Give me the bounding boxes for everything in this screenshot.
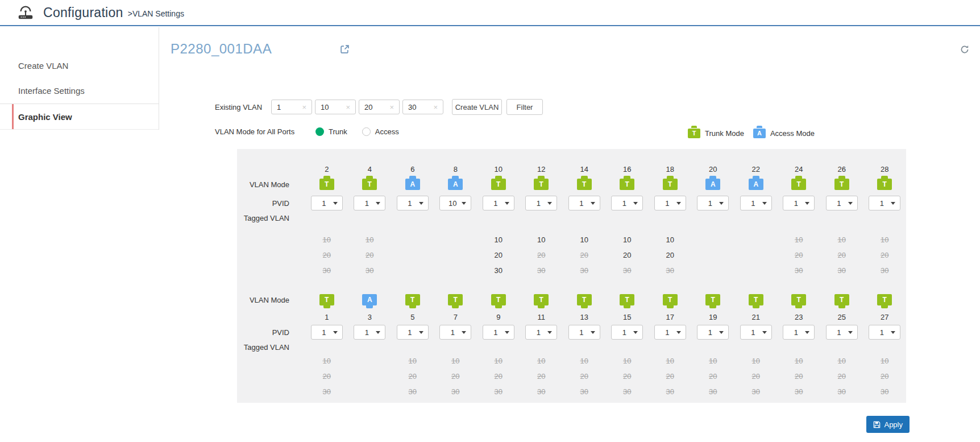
tagged-vlan-value[interactable]: 10 bbox=[434, 353, 477, 369]
port-mode-icon-trunk[interactable]: T bbox=[577, 179, 592, 190]
tagged-vlan-value[interactable]: 30 bbox=[649, 263, 692, 278]
tagged-vlan-value[interactable]: 10 bbox=[305, 353, 348, 369]
radio-trunk[interactable] bbox=[315, 127, 324, 136]
vlan-chip[interactable]: 1× bbox=[271, 100, 312, 114]
tagged-vlan-value[interactable]: 20 bbox=[520, 247, 563, 263]
tagged-vlan-value[interactable]: 20 bbox=[563, 369, 606, 384]
tagged-vlan-value[interactable]: 20 bbox=[863, 369, 907, 384]
pvid-select[interactable]: 1 bbox=[611, 196, 643, 210]
tagged-vlan-value[interactable]: 10 bbox=[649, 353, 692, 369]
tagged-vlan-value[interactable]: 10 bbox=[778, 232, 821, 247]
tagged-vlan-value[interactable]: 30 bbox=[778, 263, 821, 278]
port-mode-icon-trunk[interactable]: T bbox=[534, 294, 549, 305]
port-mode-icon-trunk[interactable]: T bbox=[663, 294, 678, 305]
tagged-vlan-value[interactable]: 30 bbox=[434, 384, 477, 399]
tagged-vlan-value[interactable]: 20 bbox=[820, 247, 863, 263]
port-mode-icon-trunk[interactable]: T bbox=[834, 179, 849, 190]
sidebar-item-graphic-view[interactable]: Graphic View bbox=[0, 104, 159, 130]
pvid-select[interactable]: 1 bbox=[397, 196, 429, 210]
tagged-vlan-value[interactable]: 10 bbox=[863, 353, 907, 369]
tagged-vlan-value[interactable]: 20 bbox=[477, 369, 520, 384]
refresh-icon[interactable] bbox=[960, 44, 970, 57]
tagged-vlan-value[interactable]: 20 bbox=[305, 247, 348, 263]
tagged-vlan-value[interactable]: 30 bbox=[563, 384, 606, 399]
port-mode-icon-trunk[interactable]: T bbox=[491, 179, 506, 190]
tagged-vlan-value[interactable]: 20 bbox=[477, 247, 520, 263]
port-mode-icon-access[interactable]: A bbox=[405, 179, 420, 190]
pvid-select[interactable]: 1 bbox=[654, 325, 686, 340]
tagged-vlan-value[interactable]: 10 bbox=[649, 232, 692, 247]
tagged-vlan-value[interactable]: 30 bbox=[563, 263, 606, 278]
tagged-vlan-value[interactable]: 30 bbox=[863, 384, 907, 399]
port-mode-icon-trunk[interactable]: T bbox=[620, 179, 634, 190]
tagged-vlan-value[interactable]: 20 bbox=[649, 247, 692, 263]
tagged-vlan-value[interactable]: 30 bbox=[820, 263, 863, 278]
vlan-chip[interactable]: 30× bbox=[402, 100, 443, 114]
tagged-vlan-value[interactable]: 30 bbox=[778, 384, 821, 399]
pvid-select[interactable]: 1 bbox=[740, 196, 772, 210]
tagged-vlan-value[interactable]: 20 bbox=[434, 369, 477, 384]
pvid-select[interactable]: 1 bbox=[783, 325, 815, 340]
tagged-vlan-value[interactable]: 10 bbox=[348, 232, 392, 247]
pvid-select[interactable]: 1 bbox=[483, 325, 514, 340]
chip-remove-icon[interactable]: × bbox=[433, 103, 438, 111]
tagged-vlan-value[interactable]: 10 bbox=[477, 353, 520, 369]
tagged-vlan-value[interactable]: 10 bbox=[520, 353, 563, 369]
pvid-select[interactable]: 1 bbox=[354, 196, 385, 210]
tagged-vlan-value[interactable]: 30 bbox=[305, 384, 348, 399]
tagged-vlan-value[interactable]: 30 bbox=[692, 384, 735, 399]
pvid-select[interactable]: 1 bbox=[568, 325, 600, 340]
pvid-select[interactable]: 1 bbox=[826, 325, 858, 340]
apply-button[interactable]: Apply bbox=[866, 416, 910, 433]
tagged-vlan-value[interactable]: 30 bbox=[734, 384, 778, 399]
port-mode-icon-trunk[interactable]: T bbox=[834, 294, 849, 305]
pvid-select[interactable]: 1 bbox=[568, 196, 600, 210]
pvid-select[interactable]: 1 bbox=[311, 325, 343, 340]
port-mode-icon-trunk[interactable]: T bbox=[405, 294, 420, 305]
pvid-select[interactable]: 1 bbox=[783, 196, 815, 210]
tagged-vlan-value[interactable]: 30 bbox=[863, 263, 907, 278]
tagged-vlan-value[interactable]: 20 bbox=[520, 369, 563, 384]
tagged-vlan-value[interactable]: 10 bbox=[477, 232, 520, 247]
port-mode-icon-trunk[interactable]: T bbox=[491, 294, 506, 305]
port-mode-icon-access[interactable]: A bbox=[362, 294, 377, 305]
tagged-vlan-value[interactable]: 30 bbox=[520, 384, 563, 399]
port-mode-icon-trunk[interactable]: T bbox=[663, 179, 678, 190]
tagged-vlan-value[interactable]: 10 bbox=[863, 232, 907, 247]
tagged-vlan-value[interactable]: 20 bbox=[778, 247, 821, 263]
tagged-vlan-value[interactable]: 30 bbox=[606, 384, 649, 399]
tagged-vlan-value[interactable]: 10 bbox=[520, 232, 563, 247]
pvid-select[interactable]: 10 bbox=[439, 196, 471, 210]
tagged-vlan-value[interactable]: 30 bbox=[348, 263, 392, 278]
tagged-vlan-value[interactable]: 20 bbox=[820, 369, 863, 384]
tagged-vlan-value[interactable]: 10 bbox=[606, 232, 649, 247]
tagged-vlan-value[interactable]: 10 bbox=[563, 232, 606, 247]
pvid-select[interactable]: 1 bbox=[354, 325, 385, 340]
create-vlan-button[interactable]: Create VLAN bbox=[452, 99, 502, 115]
pvid-select[interactable]: 1 bbox=[697, 325, 729, 340]
tagged-vlan-value[interactable]: 20 bbox=[606, 247, 649, 263]
port-mode-icon-access[interactable]: A bbox=[448, 179, 463, 190]
chip-remove-icon[interactable]: × bbox=[346, 103, 350, 111]
port-mode-icon-trunk[interactable]: T bbox=[620, 294, 634, 305]
tagged-vlan-value[interactable]: 20 bbox=[734, 369, 778, 384]
tagged-vlan-value[interactable]: 10 bbox=[692, 353, 735, 369]
tagged-vlan-value[interactable]: 10 bbox=[606, 353, 649, 369]
pvid-select[interactable]: 1 bbox=[439, 325, 471, 340]
pvid-select[interactable]: 1 bbox=[525, 196, 557, 210]
tagged-vlan-value[interactable]: 20 bbox=[391, 369, 434, 384]
tagged-vlan-value[interactable]: 20 bbox=[649, 369, 692, 384]
pvid-select[interactable]: 1 bbox=[611, 325, 643, 340]
tagged-vlan-value[interactable]: 10 bbox=[391, 353, 434, 369]
port-mode-icon-trunk[interactable]: T bbox=[577, 294, 592, 305]
tagged-vlan-value[interactable]: 30 bbox=[820, 384, 863, 399]
sidebar-item-create-vlan[interactable]: Create VLAN bbox=[0, 53, 159, 79]
port-mode-icon-trunk[interactable]: T bbox=[534, 179, 549, 190]
radio-access[interactable] bbox=[362, 127, 371, 136]
sidebar-item-interface-settings[interactable]: Interface Settings bbox=[0, 79, 159, 104]
tagged-vlan-value[interactable]: 10 bbox=[563, 353, 606, 369]
pvid-select[interactable]: 1 bbox=[525, 325, 557, 340]
port-mode-icon-access[interactable]: A bbox=[705, 179, 720, 190]
port-mode-icon-trunk[interactable]: T bbox=[749, 294, 763, 305]
port-mode-icon-trunk[interactable]: T bbox=[705, 294, 720, 305]
